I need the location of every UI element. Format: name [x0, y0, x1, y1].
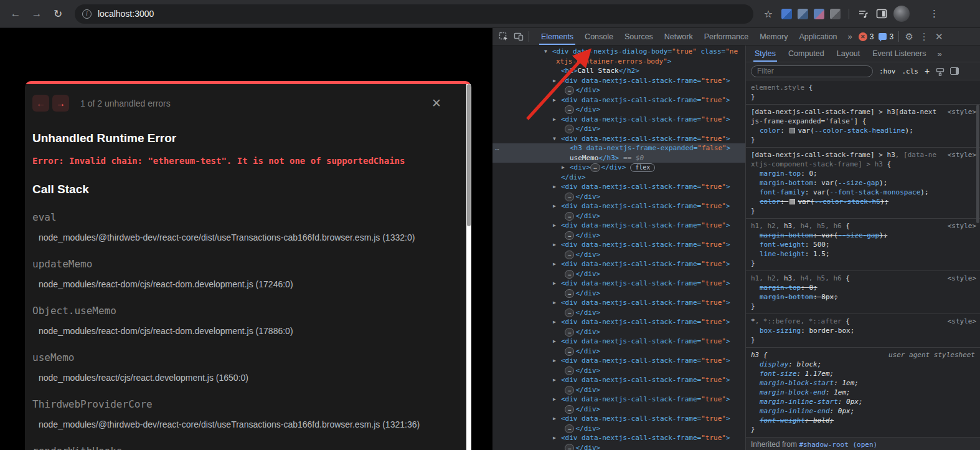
browser-menu-dots[interactable]: ⋮: [930, 8, 938, 19]
toggle-hover-state[interactable]: :hov: [879, 67, 896, 75]
expand-arrow-icon[interactable]: ▼: [544, 47, 547, 57]
tree-row[interactable]: ▶<div data-nextjs-call-stack-frame="true…: [492, 279, 745, 289]
css-property[interactable]: margin-bottom: var(--size-gap);: [751, 231, 976, 240]
side-panel-icon[interactable]: [875, 7, 888, 20]
tree-row[interactable]: ▶<div data-nextjs-call-stack-frame="true…: [492, 375, 745, 385]
tree-row[interactable]: useMemo</h3> == $0: [492, 153, 745, 163]
css-property[interactable]: box-sizing: border-box;: [751, 326, 976, 335]
tree-row[interactable]: …</div>: [492, 327, 745, 337]
more-panels-icon[interactable]: »: [843, 32, 857, 41]
tree-row[interactable]: ▶<div data-nextjs-call-stack-frame="true…: [492, 259, 745, 269]
sidebar-tab-event-listeners[interactable]: Event Listeners: [866, 45, 932, 62]
site-info-icon[interactable]: i: [82, 9, 92, 19]
rule-origin-link[interactable]: <style>: [948, 107, 976, 117]
tree-row[interactable]: …</div>: [492, 366, 745, 376]
back-button[interactable]: ←: [6, 4, 25, 23]
close-devtools-icon[interactable]: ✕: [931, 30, 946, 44]
node-menu-dots[interactable]: …: [495, 143, 500, 153]
tab-performance[interactable]: Performance: [699, 28, 755, 45]
tree-row[interactable]: ▶<div data-nextjs-call-stack-frame="true…: [492, 298, 745, 308]
message-badge-icon[interactable]: [879, 33, 887, 40]
rule-origin-link[interactable]: <style>: [948, 274, 976, 283]
tree-row[interactable]: …</div>: [492, 269, 745, 279]
css-property[interactable]: font-weight: 500;: [751, 240, 976, 249]
tree-row[interactable]: </div>: [492, 173, 745, 183]
rendering-icon[interactable]: [936, 67, 944, 75]
expand-arrow-icon[interactable]: ▶: [553, 76, 556, 86]
forward-button[interactable]: →: [27, 4, 46, 23]
css-property[interactable]: margin-inline-start: 0px;: [751, 397, 976, 406]
extension-icon[interactable]: [798, 9, 808, 19]
tree-row[interactable]: ▶<div>…</div>flex: [492, 163, 745, 173]
tree-row[interactable]: …</div>: [492, 85, 745, 95]
tree-row[interactable]: …</div>: [492, 424, 745, 434]
expand-inline-button[interactable]: …: [565, 366, 574, 375]
expand-inline-button[interactable]: …: [565, 86, 574, 95]
css-property[interactable]: margin-block-start: 1em;: [751, 378, 976, 388]
tree-row[interactable]: ▼<div data-nextjs-dialog-body="true" cla…: [492, 47, 745, 57]
tab-application[interactable]: Application: [793, 28, 842, 45]
extension-icon[interactable]: [830, 9, 841, 19]
settings-gear-icon[interactable]: ⚙: [902, 30, 916, 44]
css-property[interactable]: margin-inline-end: 0px;: [751, 406, 976, 416]
css-property[interactable]: font-family: var(--font-stack-monospace)…: [751, 188, 976, 197]
expand-inline-button[interactable]: …: [565, 309, 574, 317]
expand-arrow-icon[interactable]: ▶: [553, 337, 556, 347]
expand-inline-button[interactable]: …: [565, 444, 574, 450]
css-property[interactable]: color: var(--color-stack-headline);: [751, 126, 976, 135]
tree-row[interactable]: …</div>: [492, 231, 745, 241]
css-property[interactable]: display: block;: [751, 360, 976, 369]
expand-inline-button[interactable]: …: [565, 270, 574, 279]
close-dialog-button[interactable]: ✕: [431, 96, 441, 110]
expand-arrow-icon[interactable]: ▶: [553, 433, 556, 443]
next-error-button[interactable]: →: [52, 95, 69, 112]
tree-row[interactable]: …</div>: [492, 124, 745, 134]
tree-row[interactable]: …</div>: [492, 347, 745, 357]
tree-row[interactable]: <h2>Call Stack</h2>: [492, 66, 745, 76]
expand-arrow-icon[interactable]: ▶: [553, 375, 556, 385]
tree-row[interactable]: …</div>: [492, 385, 745, 395]
scrollbar-thumb[interactable]: [467, 84, 471, 226]
stack-frame[interactable]: ThirdwebProviderCorenode_modules/@thirdw…: [32, 398, 464, 429]
sidebar-tab-computed[interactable]: Computed: [782, 45, 831, 62]
css-property[interactable]: font-weight: bold;: [751, 416, 976, 425]
tab-list-icon[interactable]: [857, 7, 870, 20]
tree-row[interactable]: ▶<div data-nextjs-call-stack-frame="true…: [492, 221, 745, 231]
expand-arrow-icon[interactable]: ▶: [553, 240, 556, 250]
warning-count[interactable]: 3: [889, 32, 893, 41]
expand-inline-button[interactable]: …: [565, 328, 574, 337]
expand-inline-button[interactable]: …: [565, 347, 574, 356]
tree-row[interactable]: ▶<div data-nextjs-call-stack-frame="true…: [492, 201, 745, 211]
device-toolbar-icon[interactable]: [511, 30, 526, 44]
tree-row[interactable]: ▶<div data-nextjs-call-stack-frame="true…: [492, 414, 745, 424]
css-rule[interactable]: h3 {user agent stylesheetdisplay: block;…: [746, 348, 980, 438]
css-property[interactable]: margin-top: 0;: [751, 169, 976, 178]
expand-inline-button[interactable]: …: [565, 424, 574, 433]
tab-network[interactable]: Network: [659, 28, 699, 45]
error-count[interactable]: 3: [870, 32, 874, 41]
tree-row[interactable]: ▶<div data-nextjs-call-stack-frame="true…: [492, 395, 745, 405]
tab-console[interactable]: Console: [579, 28, 619, 45]
expand-arrow-icon[interactable]: ▶: [553, 414, 556, 424]
tree-row[interactable]: …</div>: [492, 192, 745, 202]
bookmark-star-icon[interactable]: ☆: [761, 8, 776, 20]
tree-row[interactable]: xtjs-container-errors-body">: [492, 57, 745, 67]
css-property[interactable]: margin-block-end: 1em;: [751, 388, 976, 397]
css-rule[interactable]: element.style {}: [746, 80, 980, 105]
css-rule[interactable]: *, *::before, *::after {<style>box-sizin…: [746, 314, 980, 348]
css-property[interactable]: margin-bottom: var(--size-gap);: [751, 178, 976, 188]
tree-row[interactable]: …<h3 data-nextjs-frame-expanded="false">: [492, 143, 745, 153]
expand-arrow-icon[interactable]: ▶: [553, 298, 556, 308]
expand-arrow-icon[interactable]: ▶: [553, 395, 556, 405]
stack-frame[interactable]: updateMemonode_modules/react-dom/cjs/rea…: [32, 258, 464, 289]
inspect-element-icon[interactable]: [496, 30, 511, 44]
css-property[interactable]: margin-bottom: 8px;: [751, 292, 976, 302]
tab-memory[interactable]: Memory: [754, 28, 793, 45]
expand-inline-button[interactable]: …: [565, 251, 574, 259]
expand-arrow-icon[interactable]: ▼: [553, 134, 556, 144]
color-swatch[interactable]: [789, 128, 795, 133]
devtools-menu-icon[interactable]: ⋮: [916, 30, 931, 44]
expand-inline-button[interactable]: …: [565, 386, 574, 395]
css-rule[interactable]: h1, h2, h3, h4, h5, h6 {<style>margin-to…: [746, 271, 980, 314]
tree-row[interactable]: ▶<div data-nextjs-call-stack-frame="true…: [492, 95, 745, 105]
